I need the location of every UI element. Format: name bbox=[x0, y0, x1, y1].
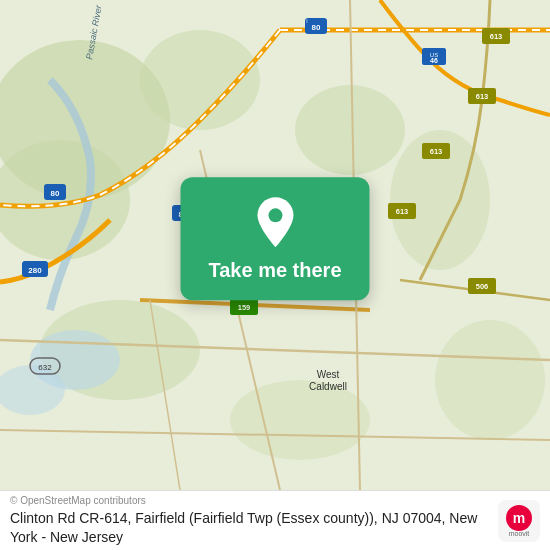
svg-point-3 bbox=[140, 30, 260, 130]
svg-point-4 bbox=[295, 85, 405, 175]
map-container: 80 I US 46 613 613 613 613 506 80 80 280… bbox=[0, 0, 550, 490]
button-overlay: Take me there bbox=[180, 177, 369, 300]
svg-text:613: 613 bbox=[430, 147, 443, 156]
svg-text:I: I bbox=[306, 18, 307, 24]
svg-text:280: 280 bbox=[28, 266, 42, 275]
svg-text:moovit: moovit bbox=[509, 530, 530, 537]
bottom-bar: © OpenStreetMap contributors Clinton Rd … bbox=[0, 490, 550, 550]
attribution: © OpenStreetMap contributors bbox=[10, 495, 488, 506]
svg-point-49 bbox=[268, 208, 282, 222]
take-me-there-label: Take me there bbox=[208, 259, 341, 282]
location-title: Clinton Rd CR-614, Fairfield (Fairfield … bbox=[10, 509, 488, 545]
svg-point-7 bbox=[435, 320, 545, 440]
svg-text:West: West bbox=[317, 369, 340, 380]
svg-text:506: 506 bbox=[476, 282, 489, 291]
svg-text:613: 613 bbox=[490, 32, 503, 41]
svg-text:80: 80 bbox=[312, 23, 321, 32]
svg-text:159: 159 bbox=[238, 303, 251, 312]
svg-text:m: m bbox=[513, 510, 525, 526]
svg-text:80: 80 bbox=[51, 189, 60, 198]
bottom-text-block: © OpenStreetMap contributors Clinton Rd … bbox=[10, 495, 488, 545]
svg-text:613: 613 bbox=[476, 92, 489, 101]
moovit-icon: m moovit bbox=[498, 500, 540, 542]
svg-text:632: 632 bbox=[38, 363, 52, 372]
svg-text:613: 613 bbox=[396, 207, 409, 216]
svg-point-8 bbox=[230, 380, 370, 460]
take-me-there-button[interactable]: Take me there bbox=[180, 177, 369, 300]
moovit-logo: m moovit bbox=[498, 500, 540, 542]
location-pin-icon bbox=[253, 195, 297, 249]
svg-text:Caldwell: Caldwell bbox=[309, 381, 347, 392]
svg-text:46: 46 bbox=[430, 57, 438, 64]
